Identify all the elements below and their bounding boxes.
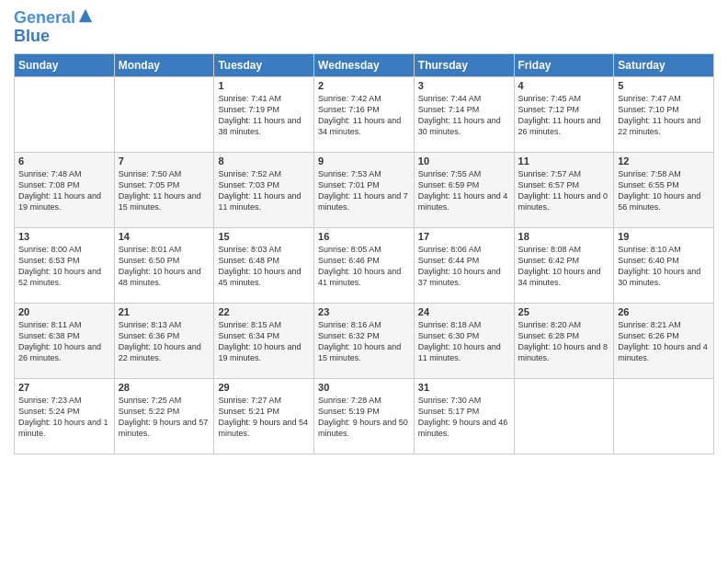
day-cell: 20Sunrise: 8:11 AM Sunset: 6:38 PM Dayli… [15,303,115,378]
day-cell: 5Sunrise: 7:47 AM Sunset: 7:10 PM Daylig… [614,76,714,152]
day-number: 14 [119,231,210,242]
day-cell: 12Sunrise: 7:58 AM Sunset: 6:55 PM Dayli… [614,152,714,227]
day-cell: 24Sunrise: 8:18 AM Sunset: 6:30 PM Dayli… [414,303,514,378]
day-info: Sunrise: 7:23 AM Sunset: 5:24 PM Dayligh… [18,395,110,440]
day-cell [114,76,214,152]
day-number: 10 [418,155,510,167]
day-cell [15,76,115,152]
svg-marker-0 [79,9,92,22]
day-info: Sunrise: 8:16 AM Sunset: 6:32 PM Dayligh… [318,319,410,364]
day-cell: 28Sunrise: 7:25 AM Sunset: 5:22 PM Dayli… [114,378,214,454]
logo: General Blue [14,9,94,46]
day-number: 15 [218,231,310,242]
col-header-tuesday: Tuesday [214,53,314,76]
week-row-4: 20Sunrise: 8:11 AM Sunset: 6:38 PM Dayli… [15,303,714,378]
day-info: Sunrise: 7:44 AM Sunset: 7:14 PM Dayligh… [418,93,510,138]
day-cell: 9Sunrise: 7:53 AM Sunset: 7:01 PM Daylig… [314,152,415,227]
day-info: Sunrise: 8:13 AM Sunset: 6:36 PM Dayligh… [119,319,210,364]
day-number: 29 [218,382,310,393]
day-number: 28 [119,382,210,393]
day-cell: 8Sunrise: 7:52 AM Sunset: 7:03 PM Daylig… [214,152,314,227]
day-info: Sunrise: 8:06 AM Sunset: 6:44 PM Dayligh… [418,244,510,289]
day-cell: 19Sunrise: 8:10 AM Sunset: 6:40 PM Dayli… [614,227,714,303]
day-number: 13 [18,231,110,242]
day-info: Sunrise: 8:21 AM Sunset: 6:26 PM Dayligh… [618,319,710,364]
logo-icon [77,7,94,24]
logo-text-line1: General [14,9,75,28]
day-number: 4 [518,80,610,91]
col-header-friday: Friday [514,53,614,76]
day-number: 5 [618,80,710,91]
day-number: 30 [318,382,410,393]
day-number: 24 [418,306,510,317]
col-header-saturday: Saturday [614,53,714,76]
day-cell: 4Sunrise: 7:45 AM Sunset: 7:12 PM Daylig… [514,76,614,152]
day-info: Sunrise: 8:15 AM Sunset: 6:34 PM Dayligh… [218,319,310,364]
col-header-sunday: Sunday [15,53,115,76]
day-info: Sunrise: 8:03 AM Sunset: 6:48 PM Dayligh… [218,244,310,289]
day-number: 21 [119,306,210,317]
day-info: Sunrise: 7:47 AM Sunset: 7:10 PM Dayligh… [618,93,710,138]
day-number: 8 [218,155,310,167]
day-cell: 6Sunrise: 7:48 AM Sunset: 7:08 PM Daylig… [15,152,115,227]
day-cell: 23Sunrise: 8:16 AM Sunset: 6:32 PM Dayli… [314,303,415,378]
day-cell: 30Sunrise: 7:28 AM Sunset: 5:19 PM Dayli… [314,378,415,454]
day-info: Sunrise: 7:25 AM Sunset: 5:22 PM Dayligh… [119,395,210,440]
day-info: Sunrise: 7:57 AM Sunset: 6:57 PM Dayligh… [518,168,610,213]
day-info: Sunrise: 7:45 AM Sunset: 7:12 PM Dayligh… [518,93,610,138]
day-cell: 29Sunrise: 7:27 AM Sunset: 5:21 PM Dayli… [214,378,314,454]
day-number: 18 [518,231,610,242]
day-info: Sunrise: 8:18 AM Sunset: 6:30 PM Dayligh… [418,319,510,364]
day-number: 17 [418,231,510,242]
day-info: Sunrise: 7:42 AM Sunset: 7:16 PM Dayligh… [318,93,410,138]
col-header-wednesday: Wednesday [314,53,415,76]
logo-text-line2: Blue [14,28,94,46]
day-number: 25 [518,306,610,317]
day-cell: 14Sunrise: 8:01 AM Sunset: 6:50 PM Dayli… [114,227,214,303]
day-cell [614,378,714,454]
day-number: 9 [318,155,410,167]
header-row: SundayMondayTuesdayWednesdayThursdayFrid… [15,53,714,76]
day-info: Sunrise: 8:10 AM Sunset: 6:40 PM Dayligh… [618,244,710,289]
day-cell: 22Sunrise: 8:15 AM Sunset: 6:34 PM Dayli… [214,303,314,378]
week-row-1: 1Sunrise: 7:41 AM Sunset: 7:19 PM Daylig… [15,76,714,152]
day-number: 12 [618,155,710,167]
day-info: Sunrise: 8:08 AM Sunset: 6:42 PM Dayligh… [518,244,610,289]
day-number: 19 [618,231,710,242]
day-number: 22 [218,306,310,317]
day-info: Sunrise: 7:52 AM Sunset: 7:03 PM Dayligh… [218,168,310,213]
day-number: 26 [618,306,710,317]
week-row-3: 13Sunrise: 8:00 AM Sunset: 6:53 PM Dayli… [15,227,714,303]
day-info: Sunrise: 7:28 AM Sunset: 5:19 PM Dayligh… [318,395,410,440]
day-number: 23 [318,306,410,317]
page: General Blue SundayMondayTuesdayWednesda… [0,0,728,563]
day-info: Sunrise: 7:27 AM Sunset: 5:21 PM Dayligh… [218,395,310,440]
day-cell: 18Sunrise: 8:08 AM Sunset: 6:42 PM Dayli… [514,227,614,303]
day-info: Sunrise: 8:01 AM Sunset: 6:50 PM Dayligh… [119,244,210,289]
day-number: 6 [18,155,110,167]
day-info: Sunrise: 7:30 AM Sunset: 5:17 PM Dayligh… [418,395,510,440]
day-cell: 3Sunrise: 7:44 AM Sunset: 7:14 PM Daylig… [414,76,514,152]
day-cell: 1Sunrise: 7:41 AM Sunset: 7:19 PM Daylig… [214,76,314,152]
day-number: 7 [119,155,210,167]
day-number: 31 [418,382,510,393]
day-number: 20 [18,306,110,317]
day-number: 27 [18,382,110,393]
week-row-5: 27Sunrise: 7:23 AM Sunset: 5:24 PM Dayli… [15,378,714,454]
day-cell: 31Sunrise: 7:30 AM Sunset: 5:17 PM Dayli… [414,378,514,454]
header: General Blue [14,9,714,46]
day-number: 2 [318,80,410,91]
day-number: 16 [318,231,410,242]
day-cell: 10Sunrise: 7:55 AM Sunset: 6:59 PM Dayli… [414,152,514,227]
day-cell: 13Sunrise: 8:00 AM Sunset: 6:53 PM Dayli… [15,227,115,303]
day-cell: 11Sunrise: 7:57 AM Sunset: 6:57 PM Dayli… [514,152,614,227]
calendar-table: SundayMondayTuesdayWednesdayThursdayFrid… [14,53,714,454]
day-info: Sunrise: 7:53 AM Sunset: 7:01 PM Dayligh… [318,168,410,213]
day-cell [514,378,614,454]
day-info: Sunrise: 8:00 AM Sunset: 6:53 PM Dayligh… [18,244,110,289]
day-info: Sunrise: 8:20 AM Sunset: 6:28 PM Dayligh… [518,319,610,364]
col-header-monday: Monday [114,53,214,76]
day-info: Sunrise: 8:11 AM Sunset: 6:38 PM Dayligh… [18,319,110,364]
day-info: Sunrise: 7:55 AM Sunset: 6:59 PM Dayligh… [418,168,510,213]
day-info: Sunrise: 7:41 AM Sunset: 7:19 PM Dayligh… [218,93,310,138]
